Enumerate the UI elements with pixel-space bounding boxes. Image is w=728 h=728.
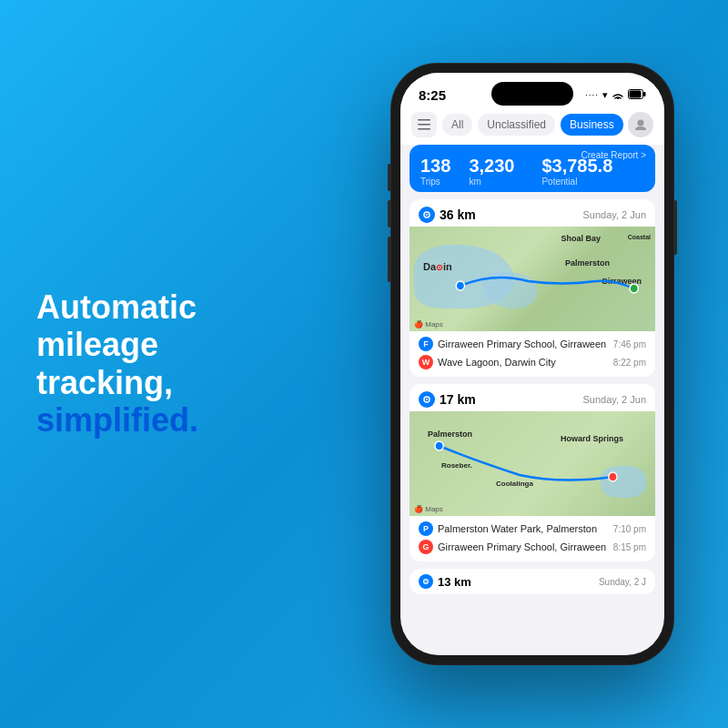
tab-all[interactable]: All — [442, 114, 472, 136]
trip-1-end-icon: W — [419, 355, 433, 369]
nav-tabs: All Unclassified Business — [411, 112, 623, 137]
km-value: 3,230 — [469, 156, 514, 177]
promo-text: Automatic mileage tracking, simplified. — [36, 288, 318, 440]
trips-label: Trips — [420, 177, 450, 187]
signal-icon: ···· — [585, 90, 599, 100]
trip-3-distance: 13 km — [419, 574, 471, 589]
trip-1-start-time: 7:46 pm — [613, 339, 646, 349]
trips-value: 138 — [420, 156, 450, 177]
svg-point-7 — [638, 120, 644, 126]
phone-screen: 8:25 ···· ▾ — [400, 73, 664, 655]
trip-1-end-name: Wave Lagoon, Darwin City — [438, 357, 556, 368]
status-time: 8:25 — [419, 87, 446, 103]
tab-business[interactable]: Business — [561, 114, 623, 136]
phone-mockup: 8:25 ···· ▾ — [391, 64, 673, 664]
trip-2-start-row: P Palmerston Water Park, Palmerston 7:10… — [419, 520, 646, 538]
trip-2-stops: P Palmerston Water Park, Palmerston 7:10… — [410, 516, 655, 561]
trips-list: 36 km Sunday, 2 Jun Da⊙in Palmerston — [400, 199, 664, 594]
potential-label: Potential — [541, 177, 612, 187]
wifi-icon: ▾ — [602, 89, 608, 101]
svg-rect-3 — [630, 91, 642, 98]
svg-rect-5 — [418, 124, 430, 126]
svg-rect-2 — [643, 92, 646, 96]
headline-line1: Automatic mileage — [36, 288, 197, 363]
avatar-button[interactable] — [628, 112, 653, 137]
filter-button[interactable] — [411, 112, 437, 137]
trip-card-2[interactable]: 17 km Sunday, 2 Jun Palmerston Howard Sp… — [410, 384, 655, 561]
headline-line2: tracking, — [36, 364, 173, 401]
trip-2-distance: 17 km — [419, 391, 476, 408]
trip-2-start-name: Palmerston Water Park, Palmerston — [438, 523, 597, 534]
battery-icon — [628, 89, 646, 101]
trip-2-end-row: G Girraween Primary School, Girraween 8:… — [419, 538, 646, 556]
trip-1-end-row: W Wave Lagoon, Darwin City 8:22 pm — [419, 353, 646, 371]
svg-point-14 — [435, 441, 443, 450]
trip-1-start-row: F Girraween Primary School, Girraween 7:… — [419, 335, 646, 353]
trip-2-map: Palmerston Howard Springs Roseber. Coola… — [410, 411, 655, 516]
svg-point-10 — [456, 281, 464, 290]
trip-1-date: Sunday, 2 Jun — [582, 209, 646, 220]
trip-2-end-name: Girraween Primary School, Girraween — [438, 541, 606, 552]
svg-point-13 — [426, 399, 428, 400]
trip-2-start-icon: P — [419, 521, 433, 536]
trip-1-end-time: 8:22 pm — [613, 358, 646, 368]
map1-attribution: 🍎 Maps — [414, 320, 443, 329]
dynamic-island — [491, 82, 573, 106]
trip-card-1[interactable]: 36 km Sunday, 2 Jun Da⊙in Palmerston — [410, 199, 655, 377]
svg-point-9 — [426, 214, 428, 216]
trip-1-stops: F Girraween Primary School, Girraween 7:… — [410, 331, 655, 377]
status-icons: ···· ▾ — [585, 89, 646, 101]
stats-bar: Create Report > 138 Trips 3,230 km $3,78… — [410, 145, 655, 192]
trip-1-map: Da⊙in Palmerston Girraween Shoal Bay Coa… — [410, 227, 655, 331]
trip-1-distance: 36 km — [419, 207, 476, 223]
wifi-waves — [612, 90, 624, 101]
km-label: km — [469, 177, 514, 187]
trip-card-3-partial[interactable]: 13 km Sunday, 2 J — [410, 569, 655, 594]
phone-frame: 8:25 ···· ▾ — [391, 64, 673, 664]
map2-attribution: 🍎 Maps — [414, 505, 443, 513]
headline-highlight: simplified. — [36, 401, 198, 439]
trip-2-end-icon: G — [419, 540, 433, 554]
svg-rect-6 — [418, 128, 430, 130]
trip-2-end-time: 8:15 pm — [613, 542, 646, 552]
create-report-link[interactable]: Create Report > — [581, 150, 646, 160]
svg-point-17 — [425, 581, 427, 582]
tab-unclassified[interactable]: Unclassified — [478, 114, 555, 136]
svg-point-15 — [609, 472, 617, 481]
top-nav: All Unclassified Business — [400, 106, 664, 145]
trip-3-date: Sunday, 2 J — [599, 577, 646, 587]
trip-2-date: Sunday, 2 Jun — [582, 394, 646, 405]
trip-2-start-time: 7:10 pm — [613, 524, 646, 534]
svg-rect-4 — [418, 119, 430, 121]
trip-1-start-name: Girraween Primary School, Girraween — [438, 339, 606, 349]
trip-1-start-icon: F — [419, 337, 433, 351]
svg-point-11 — [630, 284, 638, 293]
